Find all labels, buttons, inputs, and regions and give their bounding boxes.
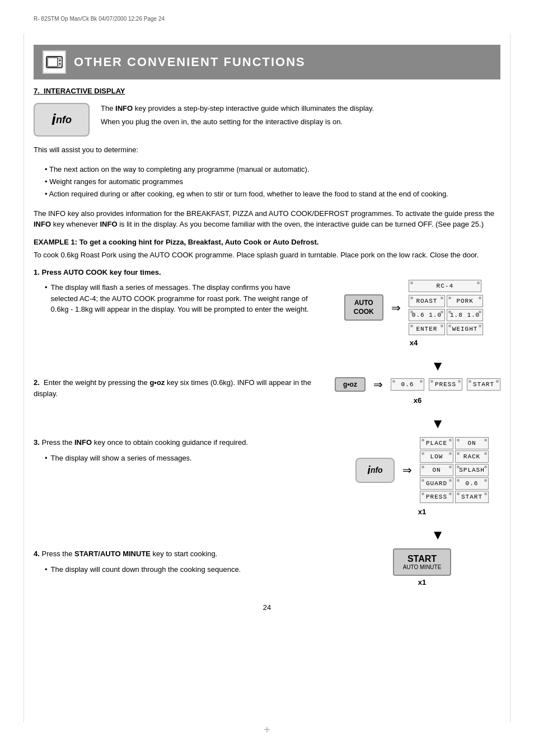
display-panel: PORK (447, 295, 483, 307)
step4-content: 4. Press the START/AUTO MINUTE key to st… (34, 548, 500, 586)
display-panel: SPLASH (455, 464, 489, 476)
banner-title: OTHER CONVENIENT FUNCTIONS (74, 55, 306, 69)
display-panel: WEIGHT (447, 323, 483, 335)
page-header: R- 82STM Op Man/Ck Bk 04/07/2000 12:26 P… (34, 16, 500, 22)
svg-point-3 (59, 63, 61, 65)
step3-right: info ⇒ PLACE ON LOW RACK (344, 437, 500, 516)
header-text: R- 82STM Op Man/Ck Bk 04/07/2000 12:26 P… (34, 16, 165, 22)
step1-multiplier: x4 (410, 339, 418, 347)
display-panel: PLACE (420, 437, 453, 449)
display-panel: ENTER (409, 323, 445, 335)
assist-heading: This will assist you to determine: (34, 144, 500, 156)
step-2: 2. Enter the weight by pressing the g•oz… (34, 377, 500, 405)
start-key[interactable]: START AUTO MINUTE (393, 548, 452, 576)
arrow-right-icon: ⇒ (391, 301, 401, 314)
step2-right: g•oz ⇒ 0.6 PRESS START x6 (335, 377, 500, 405)
main-content: 7. INTERACTIVE DISPLAY info The INFO key… (34, 87, 500, 623)
intro-para1: The INFO key provides a step-by-step int… (101, 103, 374, 114)
step3-text: 3. Press the INFO key once to obtain coo… (34, 437, 332, 466)
step4-right: START AUTO MINUTE x1 (344, 548, 500, 586)
microwave-icon (45, 53, 63, 71)
step1-text: The display will flash a series of messa… (34, 280, 316, 317)
step3-label: 3. Press the INFO key once to obtain coo… (34, 437, 332, 448)
step3-content: 3. Press the INFO key once to obtain coo… (34, 437, 500, 516)
auto-minute-label: AUTO MINUTE (403, 564, 442, 570)
display-panel: 1.8 1.0 (447, 309, 483, 321)
svg-rect-1 (48, 58, 58, 67)
page-number: 24 (34, 603, 500, 612)
display-panel: 0.6 (455, 477, 489, 490)
step1-displays: RC-4 ROAST PORK 0.6 1.0 1.8 1.0 ENTER WE… (409, 280, 483, 335)
step1-label: 1. Press AUTO COOK key four times. (34, 268, 500, 276)
step-4: 4. Press the START/AUTO MINUTE key to st… (34, 548, 500, 586)
display-panel: GUARD (420, 477, 453, 490)
display-panel: PRESS (429, 378, 462, 391)
arrow-right-icon: ⇒ (402, 463, 412, 477)
step1-content: The display will flash a series of messa… (34, 280, 500, 347)
list-item: Action required during or after cooking,… (45, 188, 500, 200)
step-1: 1. Press AUTO COOK key four times. The d… (34, 268, 500, 347)
display-panel: PRESS (420, 491, 453, 503)
step2-content: 2. Enter the weight by pressing the g•oz… (34, 377, 500, 405)
auto-cook-key[interactable]: AUTOCOOK (344, 294, 383, 321)
step4-bullet: The display will count down through the … (45, 564, 332, 575)
display-panel: ON (420, 464, 453, 476)
info-key-step3[interactable]: info (355, 458, 395, 483)
banner-icon (43, 50, 66, 74)
section-banner: OTHER CONVENIENT FUNCTIONS (34, 45, 500, 79)
goz-key[interactable]: g•oz (335, 377, 366, 392)
section-heading: 7. INTERACTIVE DISPLAY (34, 87, 500, 95)
example-desc: To cook 0.6kg Roast Pork using the AUTO … (34, 250, 500, 261)
display-grid: ROAST PORK 0.6 1.0 1.8 1.0 ENTER WEIGHT (409, 295, 483, 335)
step4-multiplier: x1 (418, 578, 426, 586)
display-panel: START (467, 378, 500, 391)
info-key-display: info (34, 103, 90, 137)
list-item: Weight ranges for automatic programmes (45, 176, 500, 188)
step4-text: 4. Press the START/AUTO MINUTE key to st… (34, 548, 332, 577)
arrow-down-1: ▼ (34, 358, 444, 374)
display-panel: ROAST (409, 295, 445, 307)
display-panel: LOW (420, 450, 453, 463)
arrow-right-icon: ⇒ (373, 378, 383, 391)
example-heading: EXAMPLE 1: To get a cooking hint for Piz… (34, 238, 500, 246)
info-paragraph: The INFO key also provides information f… (34, 208, 500, 230)
step3-displays: PLACE ON LOW RACK ON SPLASH GUARD (420, 437, 489, 503)
svg-point-2 (59, 59, 61, 62)
display-panel: ON (455, 437, 489, 449)
step3-multiplier: x1 (418, 508, 426, 516)
display-panel: RC-4 (409, 280, 481, 292)
step2-label: 2. Enter the weight by pressing the g•oz… (34, 377, 324, 399)
step3-bullet: The display will show a series of messag… (45, 453, 332, 464)
step4-label: 4. Press the START/AUTO MINUTE key to st… (34, 548, 332, 560)
start-key-label: START (403, 554, 442, 564)
info-intro: info The INFO key provides a step-by-ste… (34, 103, 500, 137)
feature-list: The next action on the way to completing… (45, 163, 500, 200)
step1-right: AUTOCOOK ⇒ RC-4 ROAST PORK 0.6 1.0 1.8 1… (327, 280, 500, 347)
step2-multiplier: x6 (414, 396, 421, 405)
step2-text: 2. Enter the weight by pressing the g•oz… (34, 377, 324, 399)
display-panel: 0.6 (391, 378, 424, 391)
info-key-label: info (51, 111, 72, 129)
display-panel: 0.6 1.0 (409, 309, 445, 321)
step1-bullet: The display will flash a series of messa… (45, 282, 316, 315)
arrow-down-3: ▼ (34, 527, 444, 543)
display-panel: RACK (455, 450, 489, 463)
arrow-down-2: ▼ (34, 416, 444, 431)
list-item: The next action on the way to completing… (45, 163, 500, 176)
crosshair-bottom: + (264, 724, 270, 736)
step-3: 3. Press the INFO key once to obtain coo… (34, 437, 500, 516)
intro-para2: When you plug the oven in, the auto sett… (101, 116, 374, 128)
intro-text-block: The INFO key provides a step-by-step int… (101, 103, 374, 127)
display-panel: START (455, 491, 489, 503)
